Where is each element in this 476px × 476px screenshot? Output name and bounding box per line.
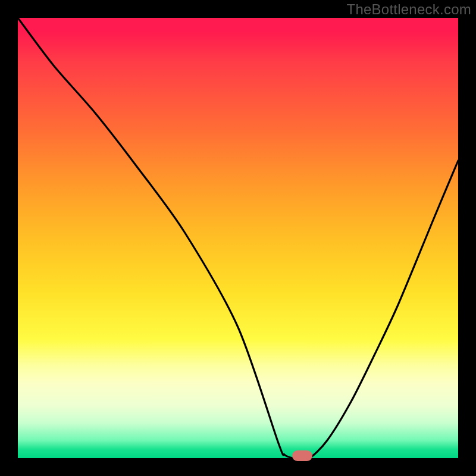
bottleneck-curve bbox=[18, 18, 458, 458]
chart-frame: TheBottleneck.com bbox=[0, 0, 476, 476]
watermark-text: TheBottleneck.com bbox=[346, 1, 471, 18]
marker-pill bbox=[292, 450, 312, 461]
plot-area bbox=[18, 18, 458, 458]
curve-line bbox=[18, 18, 458, 459]
